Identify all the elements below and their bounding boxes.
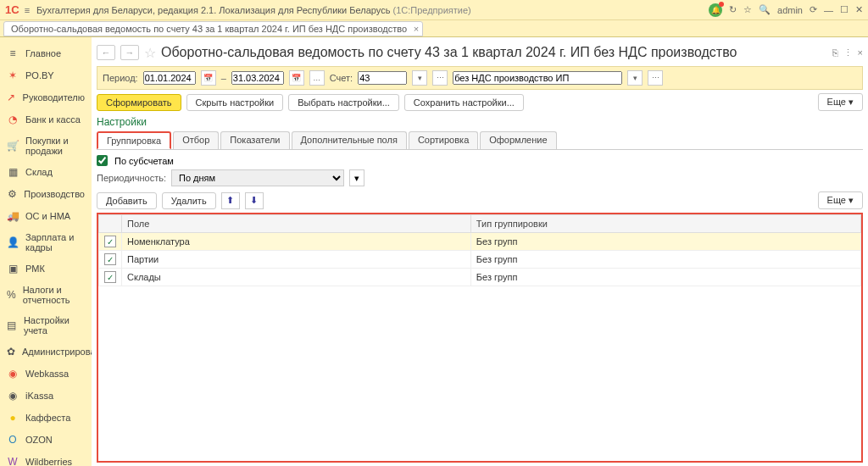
subaccounts-checkbox[interactable] bbox=[97, 155, 108, 166]
nav-forward-button[interactable]: → bbox=[120, 45, 139, 60]
subaccounts-label: По субсчетам bbox=[114, 156, 174, 166]
settings-heading: Настройки bbox=[97, 116, 863, 128]
calendar-from-icon[interactable]: 📅 bbox=[201, 70, 216, 86]
open-tabs-bar: Оборотно-сальдовая ведомость по счету 43… bbox=[0, 20, 868, 37]
sidebar-item-label: Webkassa bbox=[25, 369, 69, 379]
sidebar-item-14[interactable]: ◉iKassa bbox=[0, 385, 92, 407]
sidebar-item-label: Зарплата и кадры bbox=[25, 232, 85, 252]
sync-icon[interactable]: ⟳ bbox=[810, 4, 817, 15]
sidebar-item-label: iKassa bbox=[25, 391, 53, 401]
favorite-star-icon[interactable]: ☆ bbox=[144, 45, 156, 61]
sidebar-item-7[interactable]: 🚚ОС и НМА bbox=[0, 205, 92, 227]
sidebar-item-label: Каффеста bbox=[25, 413, 70, 423]
account-lookup-button[interactable]: ⋯ bbox=[432, 70, 448, 86]
row-field: Склады bbox=[122, 269, 471, 286]
desc-lookup-button[interactable]: ⋯ bbox=[648, 70, 663, 86]
sidebar-item-10[interactable]: %Налоги и отчетность bbox=[0, 280, 92, 310]
titlebar: 1C ≡ Бухгалтерия для Беларуси, редакция … bbox=[0, 0, 868, 20]
sidebar-item-13[interactable]: ◉Webkassa bbox=[0, 363, 92, 385]
periodicity-select[interactable]: По дням bbox=[171, 169, 344, 186]
sidebar-icon: % bbox=[7, 289, 16, 301]
sidebar-item-9[interactable]: ▣РМК bbox=[0, 258, 92, 280]
sidebar-item-0[interactable]: ≡Главное bbox=[0, 42, 92, 64]
sidebar-item-label: Склад bbox=[25, 167, 53, 177]
settings-tab-Сортировка[interactable]: Сортировка bbox=[409, 131, 478, 149]
search-titlebar-icon[interactable]: 🔍 bbox=[759, 4, 771, 15]
hide-settings-button[interactable]: Скрыть настройки bbox=[186, 94, 284, 111]
page-header: ← → ☆ Оборотно-сальдовая ведомость по сч… bbox=[97, 41, 863, 64]
maximize-icon[interactable]: ☐ bbox=[840, 4, 849, 15]
row-field: Номенклатура bbox=[122, 233, 471, 251]
account-input[interactable] bbox=[358, 71, 407, 85]
row-checkbox[interactable]: ✓ bbox=[104, 271, 116, 283]
sidebar-item-3[interactable]: ◔Банк и касса bbox=[0, 108, 92, 130]
sidebar-icon: O bbox=[7, 434, 19, 446]
sidebar-item-label: Руководителю bbox=[23, 92, 85, 103]
sidebar-item-4[interactable]: 🛒Покупки и продажи bbox=[0, 130, 92, 161]
user-label: admin bbox=[777, 5, 803, 15]
content-area: ← → ☆ Оборотно-сальдовая ведомость по сч… bbox=[92, 37, 868, 466]
table-row[interactable]: ✓НоменклатураБез групп bbox=[99, 233, 861, 251]
hamburger-icon[interactable]: ≡ bbox=[25, 5, 30, 15]
sidebar-item-15[interactable]: ●Каффеста bbox=[0, 407, 92, 429]
row-field: Партии bbox=[122, 251, 471, 269]
close-tab-icon[interactable]: × bbox=[414, 24, 419, 34]
col-field[interactable]: Поле bbox=[122, 215, 471, 233]
nav-back-button[interactable]: ← bbox=[97, 45, 115, 60]
sidebar-item-16[interactable]: OOZON bbox=[0, 429, 92, 451]
sidebar-icon: W bbox=[7, 456, 19, 466]
sidebar-icon: ◔ bbox=[7, 114, 19, 125]
sidebar-item-6[interactable]: ⚙Производство bbox=[0, 183, 92, 205]
star-icon[interactable]: ☆ bbox=[743, 4, 752, 15]
move-down-icon[interactable]: ⬇ bbox=[245, 192, 264, 209]
date-to-input[interactable] bbox=[231, 71, 284, 85]
sidebar-item-2[interactable]: ↗Руководителю bbox=[0, 86, 92, 108]
add-button[interactable]: Добавить bbox=[97, 192, 157, 209]
close-window-icon[interactable]: ✕ bbox=[855, 4, 863, 15]
table-more-button[interactable]: Еще ▾ bbox=[818, 191, 863, 209]
link-icon[interactable]: ⎘ bbox=[832, 47, 838, 58]
move-up-icon[interactable]: ⬆ bbox=[221, 192, 240, 209]
desc-dd-icon[interactable]: ▾ bbox=[627, 70, 643, 86]
document-tab[interactable]: Оборотно-сальдовая ведомость по счету 43… bbox=[3, 21, 423, 36]
minimize-icon[interactable]: — bbox=[824, 5, 833, 15]
settings-tab-Оформление[interactable]: Оформление bbox=[480, 131, 556, 149]
periodicity-row: Периодичность: По дням ▾ bbox=[97, 169, 863, 186]
settings-tab-Группировка[interactable]: Группировка bbox=[97, 131, 171, 149]
delete-button[interactable]: Удалить bbox=[162, 192, 216, 209]
settings-tab-Отбор[interactable]: Отбор bbox=[173, 131, 219, 149]
col-check bbox=[99, 215, 122, 233]
sidebar-item-12[interactable]: ✿Администрирование bbox=[0, 341, 92, 363]
kebab-menu-icon[interactable]: ⋮ bbox=[843, 47, 853, 58]
page-title: Оборотно-сальдовая ведомость по счету 43… bbox=[161, 45, 737, 60]
period-picker-button[interactable]: … bbox=[309, 70, 325, 86]
generate-button[interactable]: Сформировать bbox=[97, 94, 181, 111]
history-icon[interactable]: ↻ bbox=[729, 4, 737, 15]
more-button[interactable]: Еще ▾ bbox=[818, 93, 863, 111]
sidebar-item-17[interactable]: WWildberries bbox=[0, 451, 92, 466]
table-row[interactable]: ✓ПартииБез групп bbox=[99, 251, 861, 269]
date-from-input[interactable] bbox=[143, 71, 196, 85]
settings-tab-Показатели[interactable]: Показатели bbox=[220, 131, 289, 149]
close-page-icon[interactable]: × bbox=[858, 47, 863, 58]
sidebar-item-11[interactable]: ▤Настройки учета bbox=[0, 310, 92, 341]
col-type[interactable]: Тип группировки bbox=[470, 215, 860, 233]
notification-bell-icon[interactable]: 🔔 bbox=[709, 3, 722, 17]
period-bar: Период: 📅 – 📅 … Счет: ▾ ⋯ ▾ ⋯ bbox=[97, 66, 863, 90]
sidebar-item-5[interactable]: ▦Склад bbox=[0, 161, 92, 183]
sidebar-item-8[interactable]: 👤Зарплата и кадры bbox=[0, 227, 92, 258]
settings-tab-Дополнительные поля[interactable]: Дополнительные поля bbox=[292, 131, 407, 149]
periodicity-label: Периодичность: bbox=[97, 173, 166, 183]
row-checkbox[interactable]: ✓ bbox=[104, 236, 116, 247]
settings-tabs: ГруппировкаОтборПоказателиДополнительные… bbox=[97, 131, 863, 150]
calendar-to-icon[interactable]: 📅 bbox=[289, 70, 304, 86]
table-row[interactable]: ✓СкладыБез групп bbox=[99, 269, 861, 286]
subaccounts-row: По субсчетам bbox=[97, 155, 863, 166]
account-dd-icon[interactable]: ▾ bbox=[412, 70, 427, 86]
description-input[interactable] bbox=[453, 71, 622, 85]
save-settings-button[interactable]: Сохранить настройки... bbox=[404, 94, 524, 111]
choose-settings-button[interactable]: Выбрать настройки... bbox=[288, 94, 399, 111]
sidebar-item-1[interactable]: ✶PO.BY bbox=[0, 64, 92, 86]
periodicity-dd-icon[interactable]: ▾ bbox=[349, 169, 364, 186]
row-checkbox[interactable]: ✓ bbox=[104, 253, 116, 265]
